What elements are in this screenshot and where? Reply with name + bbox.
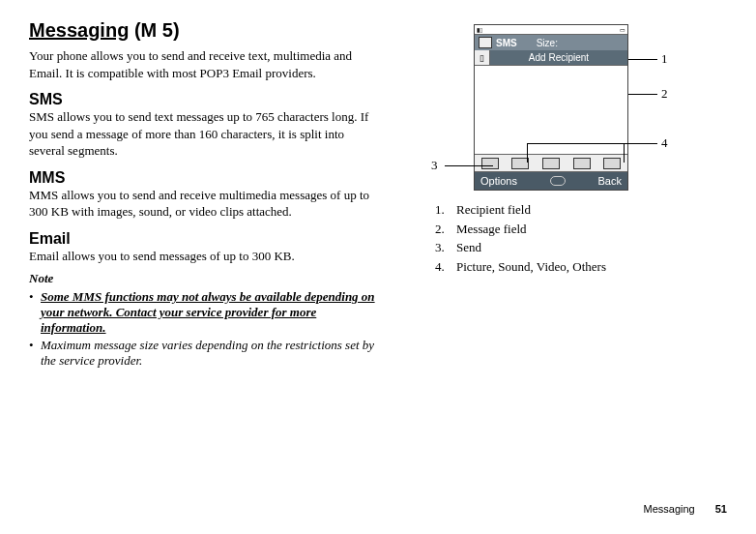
- legend-item-3: 3. Send: [435, 238, 706, 257]
- email-body: Email allows you to send messages of up …: [29, 248, 377, 265]
- callout-line: [575, 143, 657, 144]
- footer-page: 51: [715, 503, 727, 515]
- legend-num: 2.: [435, 220, 456, 239]
- note-bullet-1: • Some MMS functions may not always be a…: [29, 289, 377, 336]
- page-title: Messaging (M 5): [29, 19, 377, 42]
- legend-text: Message field: [456, 220, 527, 239]
- others-icon[interactable]: [603, 158, 621, 169]
- sms-icon: [479, 37, 492, 48]
- email-heading: Email: [29, 230, 377, 248]
- legend-item-1: 1. Recipient field: [435, 200, 706, 220]
- callout-line: [624, 143, 625, 163]
- legend-text: Send: [456, 238, 481, 257]
- legend-num: 3.: [435, 238, 456, 257]
- back-softkey[interactable]: Back: [598, 175, 622, 187]
- sms-body: SMS allows you to send text messages up …: [29, 108, 377, 160]
- callout-line: [628, 59, 657, 60]
- mms-heading: MMS: [29, 169, 377, 187]
- softkey-bar: Options Back: [475, 172, 627, 190]
- battery-icon: ▭: [620, 26, 625, 33]
- note-text-2: Maximum message size varies depending on…: [41, 338, 377, 369]
- bullet-dot: •: [29, 289, 41, 336]
- sms-label: SMS: [496, 38, 517, 48]
- legend-text: Picture, Sound, Video, Others: [456, 257, 606, 277]
- mms-body: MMS allows you to send and receive multi…: [29, 187, 377, 221]
- send-icon[interactable]: [481, 158, 499, 169]
- attachment-bar: [475, 155, 627, 172]
- center-softkey[interactable]: [550, 176, 566, 186]
- note-heading: Note: [29, 270, 377, 287]
- recipient-row[interactable]: ▯ Add Recipient: [475, 50, 627, 66]
- callout-line: [527, 143, 528, 163]
- message-field[interactable]: [475, 66, 627, 155]
- callout-line: [445, 165, 493, 166]
- tab-icon: ▯: [475, 50, 490, 65]
- callout-line: [628, 94, 657, 95]
- legend-item-2: 2. Message field: [435, 220, 706, 239]
- legend-item-4: 4. Picture, Sound, Video, Others: [435, 257, 706, 277]
- note-text-1: Some MMS functions may not always be ava…: [41, 289, 377, 336]
- phone-screen: ▮▯ ▭ SMS Size: ▯ Add Recipient: [474, 24, 628, 191]
- phone-title-bar: SMS Size:: [475, 35, 627, 50]
- options-softkey[interactable]: Options: [480, 175, 517, 187]
- size-label: Size:: [537, 38, 558, 48]
- footer-section: Messaging: [643, 503, 694, 515]
- legend-text: Recipient field: [456, 200, 531, 220]
- legend: 1. Recipient field 2. Message field 3. S…: [396, 200, 706, 276]
- video-icon[interactable]: [573, 158, 591, 169]
- callout-2: 2: [661, 86, 668, 102]
- legend-num: 1.: [435, 200, 456, 220]
- bullet-dot: •: [29, 338, 41, 369]
- status-bar: ▮▯ ▭: [475, 25, 627, 35]
- title-text: Messaging: [29, 19, 129, 41]
- sound-icon[interactable]: [542, 158, 560, 169]
- intro-paragraph: Your phone allows you to send and receiv…: [29, 47, 377, 81]
- note-bullet-2: • Maximum message size varies depending …: [29, 338, 377, 369]
- add-recipient-field[interactable]: Add Recipient: [490, 50, 627, 65]
- callout-1: 1: [661, 51, 668, 67]
- callout-3: 3: [431, 158, 438, 173]
- phone-diagram: ▮▯ ▭ SMS Size: ▯ Add Recipient: [425, 24, 677, 191]
- page-footer: Messaging 51: [643, 503, 727, 515]
- menu-code: (M 5): [134, 19, 180, 41]
- signal-icon: ▮▯: [477, 26, 482, 33]
- legend-num: 4.: [435, 257, 456, 277]
- callout-4: 4: [661, 135, 668, 151]
- sms-heading: SMS: [29, 91, 377, 108]
